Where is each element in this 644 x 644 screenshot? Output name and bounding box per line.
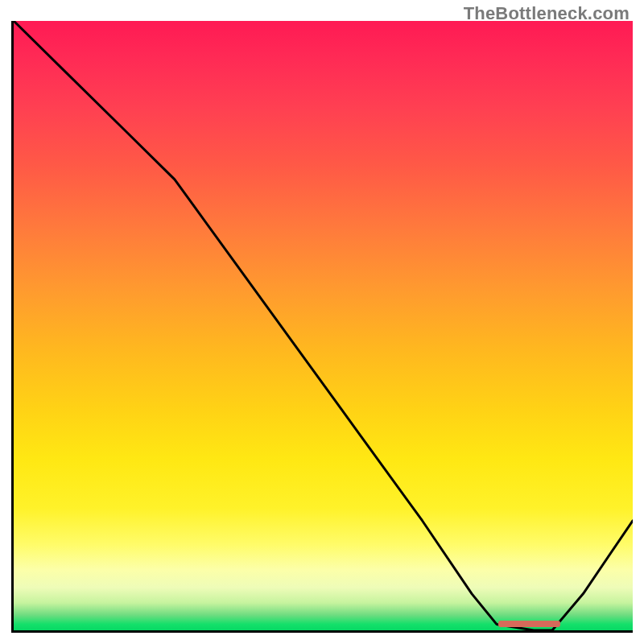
optimal-zone-marker (498, 621, 560, 627)
bottleneck-curve-path (14, 21, 633, 630)
bottleneck-curve-svg (14, 21, 633, 630)
plot-area (11, 21, 633, 633)
chart-stage: TheBottleneck.com (0, 0, 644, 644)
